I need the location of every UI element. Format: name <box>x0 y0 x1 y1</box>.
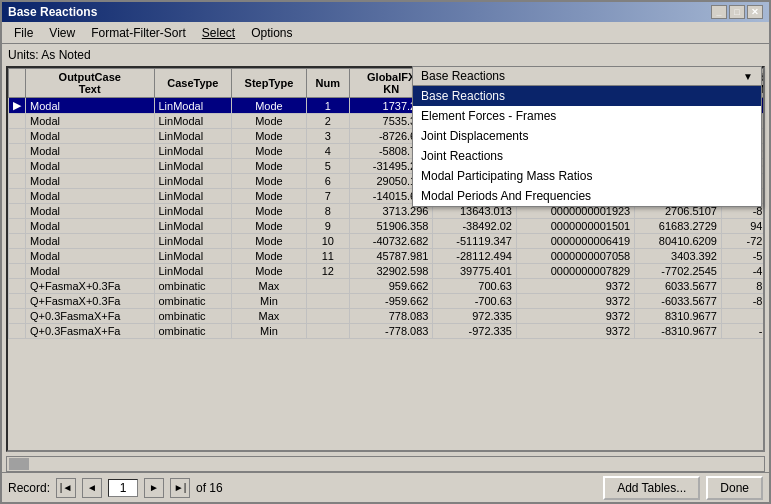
title-buttons: _ □ ✕ <box>711 5 763 19</box>
table-cell: 5 <box>306 159 349 174</box>
dropdown-item-5[interactable]: Modal Periods And Frequencies <box>413 186 761 206</box>
table-cell: 0000000007829 <box>516 264 634 279</box>
table-cell: 6 <box>306 174 349 189</box>
table-cell: -7702.2545 <box>635 264 722 279</box>
dropdown-item-4[interactable]: Modal Participating Mass Ratios <box>413 166 761 186</box>
table-cell: 45787.981 <box>349 249 433 264</box>
add-tables-button[interactable]: Add Tables... <box>603 476 700 500</box>
table-cell: Modal <box>26 98 155 114</box>
table-cell: Mode <box>232 264 307 279</box>
table-cell: -40732.682 <box>349 234 433 249</box>
table-cell: -4676.2961 <box>721 264 765 279</box>
table-row[interactable]: Q+0.3FasmaX+FaombinaticMax778.083972.335… <box>9 309 766 324</box>
table-cell: 6033.5677 <box>635 279 722 294</box>
table-cell: Mode <box>232 129 307 144</box>
table-row[interactable]: Q+0.3FasmaX+FaombinaticMin-778.083-972.3… <box>9 324 766 339</box>
table-cell: ombinatic <box>154 294 232 309</box>
close-button[interactable]: ✕ <box>747 5 763 19</box>
scrollbar-thumb[interactable] <box>9 458 29 470</box>
table-cell: 8310.9677 <box>635 309 722 324</box>
table-cell: 778.083 <box>349 309 433 324</box>
table-cell: Min <box>232 294 307 309</box>
table-cell: Max <box>232 279 307 294</box>
table-cell: Mode <box>232 189 307 204</box>
maximize-button[interactable]: □ <box>729 5 745 19</box>
table-cell: ombinatic <box>154 324 232 339</box>
table-cell: LinModal <box>154 249 232 264</box>
menu-format-filter-sort[interactable]: Format-Filter-Sort <box>83 24 194 42</box>
table-cell: LinModal <box>154 204 232 219</box>
table-cell <box>9 159 26 174</box>
table-row[interactable]: ModalLinModalMode951906.358-38492.020000… <box>9 219 766 234</box>
table-cell: 32902.598 <box>349 264 433 279</box>
table-cell: -778.083 <box>349 324 433 339</box>
menu-options[interactable]: Options <box>243 24 300 42</box>
table-cell: 7 <box>306 189 349 204</box>
table-cell: 959.662 <box>349 279 433 294</box>
table-cell <box>9 129 26 144</box>
menu-select[interactable]: Select <box>194 24 243 42</box>
minimize-button[interactable]: _ <box>711 5 727 19</box>
table-cell: 4 <box>306 144 349 159</box>
horizontal-scrollbar[interactable] <box>6 456 765 472</box>
status-bar: Record: |◄ ◄ ► ►| of 16 Add Tables... Do… <box>2 472 769 502</box>
nav-prev-button[interactable]: ◄ <box>82 478 102 498</box>
table-row[interactable]: ModalLinModalMode10-40732.682-51119.3470… <box>9 234 766 249</box>
table-cell <box>9 249 26 264</box>
table-cell: Mode <box>232 159 307 174</box>
col-arrow <box>9 69 26 98</box>
table-row[interactable]: Q+FasmaX+0.3FaombinaticMin-959.662-700.6… <box>9 294 766 309</box>
title-bar: Base Reactions _ □ ✕ <box>2 2 769 22</box>
table-cell: Q+0.3FasmaX+Fa <box>26 324 155 339</box>
table-cell: 51906.358 <box>349 219 433 234</box>
table-cell: 8114.2854 <box>721 279 765 294</box>
dropdown-item-3[interactable]: Joint Reactions <box>413 146 761 166</box>
table-cell: Modal <box>26 114 155 129</box>
table-cell: 6571.429 <box>721 309 765 324</box>
table-cell: ombinatic <box>154 279 232 294</box>
table-cell: LinModal <box>154 189 232 204</box>
table-row[interactable]: ModalLinModalMode1232902.59839775.401000… <box>9 264 766 279</box>
table-cell: 61683.2729 <box>635 219 722 234</box>
dropdown-item-1[interactable]: Element Forces - Frames <box>413 106 761 126</box>
menu-view[interactable]: View <box>41 24 83 42</box>
nav-last-button[interactable]: ►| <box>170 478 190 498</box>
table-cell <box>306 324 349 339</box>
table-cell: LinModal <box>154 129 232 144</box>
menu-bar: File View Format-Filter-Sort Select Opti… <box>2 22 769 44</box>
table-cell: LinModal <box>154 144 232 159</box>
dropdown-item-0[interactable]: Base Reactions <box>413 86 761 106</box>
table-cell: Q+FasmaX+0.3Fa <box>26 279 155 294</box>
table-row[interactable]: ModalLinModalMode1145787.981-28112.49400… <box>9 249 766 264</box>
main-window: Base Reactions _ □ ✕ File View Format-Fi… <box>0 0 771 504</box>
table-cell <box>9 324 26 339</box>
table-cell: 0000000001501 <box>516 219 634 234</box>
table-cell: LinModal <box>154 174 232 189</box>
table-cell: Modal <box>26 159 155 174</box>
menu-file[interactable]: File <box>6 24 41 42</box>
table-cell: 12 <box>306 264 349 279</box>
table-row[interactable]: Q+FasmaX+0.3FaombinaticMax959.662700.639… <box>9 279 766 294</box>
dropdown-header[interactable]: Base Reactions ▼ <box>413 67 761 86</box>
dropdown-box: Base Reactions ▼ Base Reactions Element … <box>412 66 762 207</box>
nav-first-button[interactable]: |◄ <box>56 478 76 498</box>
dropdown-overlay: Base Reactions ▼ Base Reactions Element … <box>412 66 762 207</box>
table-cell: Modal <box>26 174 155 189</box>
table-cell: -700.63 <box>433 294 517 309</box>
table-cell: LinModal <box>154 234 232 249</box>
done-button[interactable]: Done <box>706 476 763 500</box>
content-area: Base Reactions ▼ Base Reactions Element … <box>2 66 769 472</box>
table-cell: Q+FasmaX+0.3Fa <box>26 294 155 309</box>
table-cell: Q+0.3FasmaX+Fa <box>26 309 155 324</box>
table-cell <box>9 219 26 234</box>
nav-next-button[interactable]: ► <box>144 478 164 498</box>
table-cell: -972.335 <box>433 324 517 339</box>
table-cell: Modal <box>26 189 155 204</box>
window-title: Base Reactions <box>8 5 97 19</box>
dropdown-item-2[interactable]: Joint Displacements <box>413 126 761 146</box>
table-cell: Modal <box>26 264 155 279</box>
table-cell: 972.335 <box>433 309 517 324</box>
table-cell: Mode <box>232 98 307 114</box>
record-label: Record: <box>8 481 50 495</box>
record-input[interactable] <box>108 479 138 497</box>
